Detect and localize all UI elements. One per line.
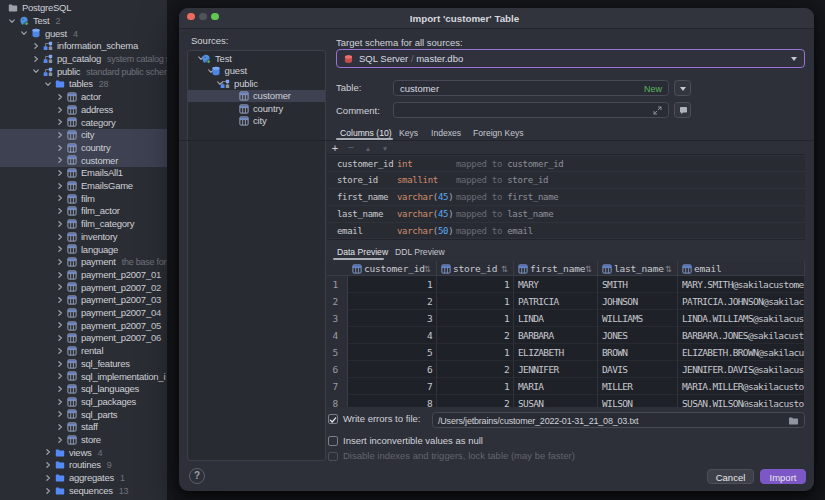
grid-cell[interactable]: 1: [437, 378, 514, 395]
sidebar-item-payment-p2007-01[interactable]: payment_p2007_01: [0, 268, 167, 281]
chevron-right-icon[interactable]: [56, 296, 64, 304]
write-errors-to-file-checkbox[interactable]: [328, 414, 338, 424]
sidebar-item-film[interactable]: film: [0, 192, 167, 205]
sidebar-item-payment-p2007-02[interactable]: payment_p2007_02: [0, 281, 167, 294]
chevron-right-icon[interactable]: [56, 360, 64, 368]
grid-header-email[interactable]: email: [678, 261, 805, 276]
grid-cell[interactable]: SUSAN.WILSON@sakilacustome: [678, 395, 805, 407]
error-file-path-field[interactable]: /Users/jetbrains/customer_2022-01-31_21_…: [432, 412, 805, 428]
help-button[interactable]: ?: [189, 468, 205, 484]
sidebar-item-payment[interactable]: paymentthe base for (p: [0, 256, 167, 269]
move-up-button[interactable]: ▲: [361, 141, 375, 156]
chevron-right-icon[interactable]: [56, 321, 64, 329]
chevron-right-icon[interactable]: [56, 334, 64, 342]
remove-column-button[interactable]: −: [344, 141, 358, 156]
grid-cell[interactable]: 1: [437, 344, 514, 361]
sidebar-item-sql-packages[interactable]: sql_packages: [0, 395, 167, 408]
column-def-row-email[interactable]: emailvarchar(50)mapped to email: [327, 223, 805, 240]
grid-header-first_name[interactable]: first_name⇅: [514, 261, 598, 276]
column-def-row-last_name[interactable]: last_namevarchar(45)mapped to last_name: [327, 206, 805, 223]
source-tree-item-city[interactable]: city: [188, 115, 325, 128]
edit-comment-button[interactable]: [674, 102, 691, 118]
sidebar-item-payment-p2007-06[interactable]: payment_p2007_06: [0, 332, 167, 345]
sort-icon[interactable]: ⇅: [501, 264, 508, 274]
chevron-right-icon[interactable]: [32, 55, 40, 63]
sidebar-item-views[interactable]: views4: [0, 446, 167, 459]
grid-cell[interactable]: MARIA: [514, 378, 598, 395]
column-def-row-first_name[interactable]: first_namevarchar(45)mapped to first_nam…: [327, 189, 805, 206]
grid-cell[interactable]: ELIZABETH.BROWN@sakilacust: [678, 344, 805, 361]
grid-cell[interactable]: MARY: [514, 276, 598, 293]
sidebar-item-sequences[interactable]: sequences13: [0, 484, 167, 497]
chevron-right-icon[interactable]: [56, 220, 64, 228]
chevron-right-icon[interactable]: [56, 283, 64, 291]
sidebar-item-public[interactable]: publicstandard public schema: [0, 65, 167, 78]
move-down-button[interactable]: ▼: [378, 141, 392, 156]
chevron-right-icon[interactable]: [44, 461, 52, 469]
target-schema-combobox[interactable]: SQL Server / master.dbo: [336, 49, 805, 68]
sidebar-item-store[interactable]: store: [0, 434, 167, 447]
source-tree-item-country[interactable]: country: [188, 102, 325, 115]
chevron-right-icon[interactable]: [56, 118, 64, 126]
preview-tab-ddl-preview[interactable]: DDL Preview: [395, 247, 445, 257]
sidebar-item-sql-languages[interactable]: sql_languages: [0, 383, 167, 396]
chevron-right-icon[interactable]: [56, 436, 64, 444]
add-column-button[interactable]: +: [328, 141, 342, 156]
chevron-right-icon[interactable]: [56, 156, 64, 164]
sidebar-item-test[interactable]: Test2: [0, 14, 167, 27]
chevron-right-icon[interactable]: [56, 347, 64, 355]
sidebar-item-sql-implementation-i[interactable]: sql_implementation_i: [0, 370, 167, 383]
grid-cell[interactable]: 5: [348, 344, 437, 361]
chevron-right-icon[interactable]: [56, 245, 64, 253]
grid-cell[interactable]: 2: [437, 395, 514, 407]
chevron-right-icon[interactable]: [56, 169, 64, 177]
grid-cell[interactable]: 7: [348, 378, 437, 395]
sidebar-item-pg-catalog[interactable]: pg_catalogsystem catalog s: [0, 53, 167, 66]
sidebar-item-category[interactable]: category: [0, 116, 167, 129]
sidebar-item-aggregates[interactable]: aggregates1: [0, 472, 167, 485]
grid-cell[interactable]: LINDA: [514, 310, 598, 327]
table-dropdown-button[interactable]: [674, 80, 691, 96]
chevron-down-icon[interactable]: [32, 67, 40, 75]
insert-inconvertible-null-checkbox[interactable]: [328, 436, 338, 446]
sidebar-item-rental[interactable]: rental: [0, 345, 167, 358]
sidebar-item-country[interactable]: country: [0, 141, 167, 154]
grid-cell[interactable]: LINDA.WILLIAMS@sakilacusto: [678, 310, 805, 327]
sidebar-item-inventory[interactable]: inventory: [0, 230, 167, 243]
sidebar-item-address[interactable]: address: [0, 103, 167, 116]
sidebar-item-tables[interactable]: tables28: [0, 78, 167, 91]
grid-cell[interactable]: BARBARA: [514, 327, 598, 344]
chevron-down-icon[interactable]: [44, 80, 52, 88]
chevron-right-icon[interactable]: [44, 487, 52, 495]
grid-cell[interactable]: 1: [437, 310, 514, 327]
sidebar-item-staff[interactable]: staff: [0, 421, 167, 434]
sidebar-item-film-actor[interactable]: film_actor: [0, 205, 167, 218]
sidebar-item-city[interactable]: city: [0, 129, 167, 142]
comment-field[interactable]: [393, 102, 669, 118]
grid-cell[interactable]: SUSAN: [514, 395, 598, 407]
grid-cell[interactable]: BARBARA.JONES@sakilacustom: [678, 327, 805, 344]
sort-icon[interactable]: ⇅: [585, 264, 592, 274]
grid-cell[interactable]: JENNIFER: [514, 361, 598, 378]
grid-cell[interactable]: JONES: [598, 327, 678, 344]
sort-icon[interactable]: ⇅: [665, 264, 672, 274]
chevron-right-icon[interactable]: [44, 474, 52, 482]
sidebar-item-payment-p2007-05[interactable]: payment_p2007_05: [0, 319, 167, 332]
sidebar-item-emailsgame[interactable]: EmailsGame: [0, 180, 167, 193]
sidebar-item-customer[interactable]: customer: [0, 154, 167, 167]
chevron-right-icon[interactable]: [56, 423, 64, 431]
chevron-right-icon[interactable]: [56, 207, 64, 215]
chevron-right-icon[interactable]: [56, 410, 64, 418]
chevron-right-icon[interactable]: [56, 194, 64, 202]
sidebar-item-film-category[interactable]: film_category: [0, 218, 167, 231]
grid-header-customer_id[interactable]: customer_id⇅: [348, 261, 437, 276]
grid-cell[interactable]: WILLIAMS: [598, 310, 678, 327]
grid-header-store_id[interactable]: store_id⇅: [437, 261, 514, 276]
chevron-right-icon[interactable]: [56, 93, 64, 101]
chevron-right-icon[interactable]: [56, 233, 64, 241]
chevron-right-icon[interactable]: [44, 448, 52, 456]
tab-indexes[interactable]: Indexes: [431, 128, 461, 138]
table-name-field[interactable]: customer New: [393, 80, 669, 96]
grid-cell[interactable]: 2: [437, 327, 514, 344]
sidebar-item-sql-parts[interactable]: sql_parts: [0, 408, 167, 421]
